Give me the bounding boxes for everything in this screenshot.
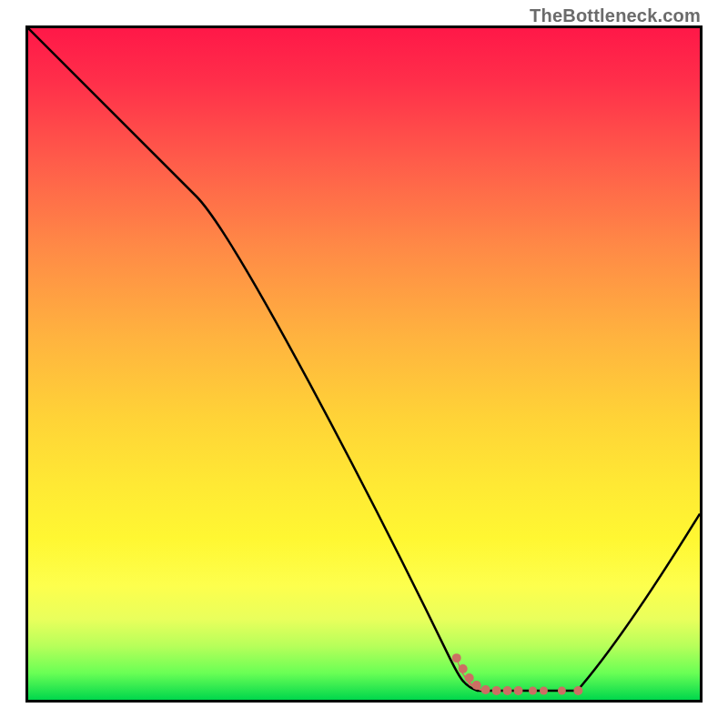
svg-point-0 (452, 653, 461, 662)
bottleneck-curve-line (28, 28, 700, 691)
svg-point-8 (529, 687, 537, 695)
chart-frame (25, 25, 703, 703)
svg-point-10 (558, 687, 566, 695)
svg-point-1 (459, 664, 468, 673)
svg-point-3 (472, 681, 481, 690)
svg-point-7 (514, 686, 523, 695)
svg-point-5 (492, 686, 501, 695)
svg-point-11 (573, 686, 582, 695)
svg-point-4 (481, 685, 490, 694)
svg-point-9 (540, 687, 548, 695)
svg-point-6 (503, 686, 512, 695)
svg-point-2 (465, 673, 474, 682)
chart-plot (28, 28, 700, 700)
watermark-text: TheBottleneck.com (530, 5, 701, 26)
